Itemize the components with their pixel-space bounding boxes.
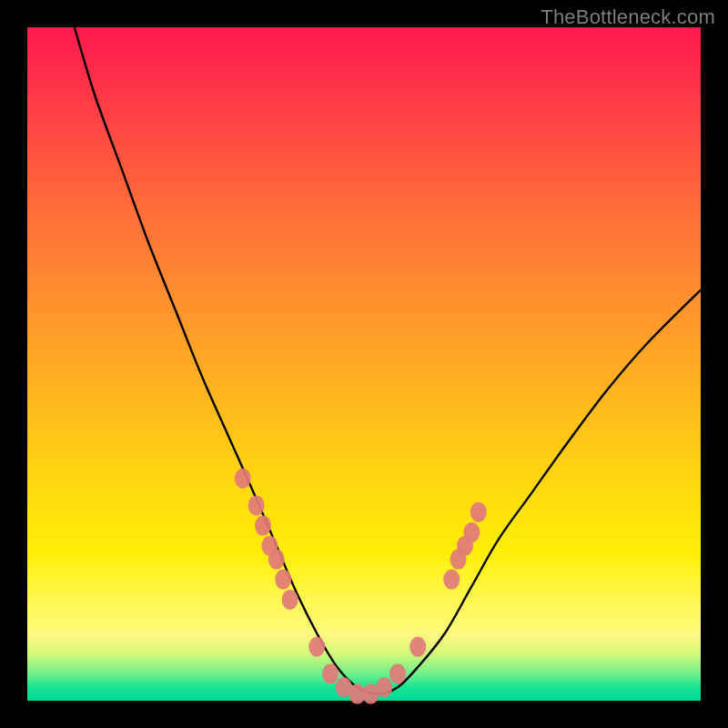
- chart-frame: TheBottleneck.com: [0, 0, 728, 728]
- marker-group: [235, 469, 487, 704]
- curve-marker: [255, 516, 271, 536]
- curve-marker: [282, 590, 298, 610]
- curve-marker: [389, 663, 406, 683]
- curve-marker: [308, 637, 325, 657]
- curve-marker: [410, 637, 426, 657]
- watermark-text: TheBottleneck.com: [541, 5, 715, 29]
- curve-marker: [470, 502, 487, 522]
- curve-marker: [376, 677, 392, 697]
- curve-marker: [235, 469, 251, 489]
- curve-marker: [463, 522, 480, 542]
- plot-area: [27, 27, 701, 701]
- bottleneck-curve: [75, 27, 701, 694]
- curve-marker: [268, 550, 285, 570]
- curve-marker: [322, 663, 339, 683]
- curve-marker: [443, 570, 460, 590]
- curve-layer: [27, 27, 701, 701]
- curve-marker: [275, 570, 291, 590]
- curve-marker: [248, 495, 265, 515]
